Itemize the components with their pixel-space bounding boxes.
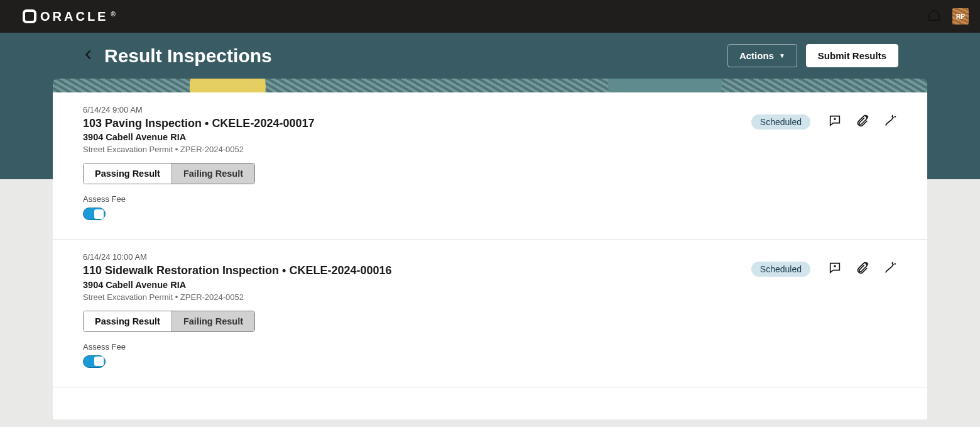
- actions-label: Actions: [739, 50, 774, 61]
- brand-mark-icon: [23, 9, 36, 23]
- failing-result-button[interactable]: Failing Result: [172, 164, 254, 184]
- decorative-strip: [53, 79, 927, 92]
- passing-result-button[interactable]: Passing Result: [84, 311, 172, 331]
- inspection-record: CKELE-2024-00017: [212, 117, 314, 130]
- inspection-title: 103 Paving Inspection: [83, 117, 202, 130]
- user-avatar[interactable]: RP: [952, 8, 969, 25]
- inspection-record: CKELE-2024-00016: [289, 264, 391, 277]
- sep: •: [202, 117, 212, 130]
- inspection-item: 6/14/24 10:00 AM 110 Sidewalk Restoratio…: [53, 240, 927, 387]
- permit-type: Street Excavation Permit: [83, 145, 173, 154]
- inspection-title: 110 Sidewalk Restoration Inspection: [83, 264, 279, 277]
- failing-result-button[interactable]: Failing Result: [172, 311, 254, 331]
- assess-fee-label: Assess Fee: [83, 194, 726, 204]
- inspections-card: 6/14/24 9:00 AM 103 Paving Inspection • …: [53, 92, 927, 419]
- page-title: Result Inspections: [104, 45, 272, 67]
- assess-fee-toggle[interactable]: [83, 208, 106, 220]
- submit-results-button[interactable]: Submit Results: [806, 44, 898, 67]
- sep: •: [279, 264, 289, 277]
- home-icon[interactable]: [927, 8, 941, 25]
- assess-fee-label: Assess Fee: [83, 342, 726, 352]
- brand-logo: ORACLE ®: [23, 9, 116, 24]
- result-segmented-control: Passing Result Failing Result: [83, 163, 255, 184]
- sep: •: [173, 292, 180, 302]
- inspection-address: 3904 Cabell Avenue RIA: [83, 132, 726, 142]
- passing-result-button[interactable]: Passing Result: [84, 164, 172, 184]
- inspection-address: 3904 Cabell Avenue RIA: [83, 280, 726, 290]
- result-segmented-control: Passing Result Failing Result: [83, 311, 255, 332]
- inspection-permit-line: Street Excavation Permit • ZPER-2024-005…: [83, 292, 726, 302]
- inspection-title-line: 103 Paving Inspection • CKELE-2024-00017: [83, 116, 726, 131]
- topbar-right: RP: [927, 8, 969, 25]
- add-attachment-icon[interactable]: [856, 114, 869, 130]
- actions-menu-button[interactable]: Actions ▼: [727, 44, 797, 67]
- brand-registered: ®: [111, 11, 115, 18]
- edit-magic-icon[interactable]: [883, 114, 897, 130]
- status-badge: Scheduled: [751, 114, 810, 130]
- chevron-down-icon: ▼: [779, 52, 785, 59]
- add-comment-icon[interactable]: [828, 114, 842, 130]
- add-attachment-icon[interactable]: [856, 261, 869, 277]
- permit-number: ZPER-2024-0052: [180, 145, 244, 154]
- inspection-timestamp: 6/14/24 9:00 AM: [83, 105, 726, 114]
- content-card-wrap: 6/14/24 9:00 AM 103 Paving Inspection • …: [53, 79, 927, 419]
- brand-name: ORACLE: [40, 9, 108, 24]
- sep: •: [173, 145, 180, 154]
- inspection-timestamp: 6/14/24 10:00 AM: [83, 252, 726, 262]
- add-comment-icon[interactable]: [828, 261, 842, 277]
- permit-number: ZPER-2024-0052: [180, 292, 244, 302]
- page-header: Result Inspections Actions ▼ Submit Resu…: [0, 33, 980, 79]
- status-badge: Scheduled: [751, 262, 810, 277]
- inspection-item: 6/14/24 9:00 AM 103 Paving Inspection • …: [53, 92, 927, 240]
- toggle-knob: [94, 357, 104, 366]
- inspection-title-line: 110 Sidewalk Restoration Inspection • CK…: [83, 263, 726, 278]
- edit-magic-icon[interactable]: [883, 261, 897, 277]
- assess-fee-toggle[interactable]: [83, 355, 106, 368]
- user-initials: RP: [956, 13, 965, 20]
- global-topbar: ORACLE ® RP: [0, 0, 980, 33]
- inspection-permit-line: Street Excavation Permit • ZPER-2024-005…: [83, 145, 726, 154]
- toggle-knob: [94, 209, 104, 219]
- back-button[interactable]: [82, 48, 95, 64]
- permit-type: Street Excavation Permit: [83, 292, 173, 302]
